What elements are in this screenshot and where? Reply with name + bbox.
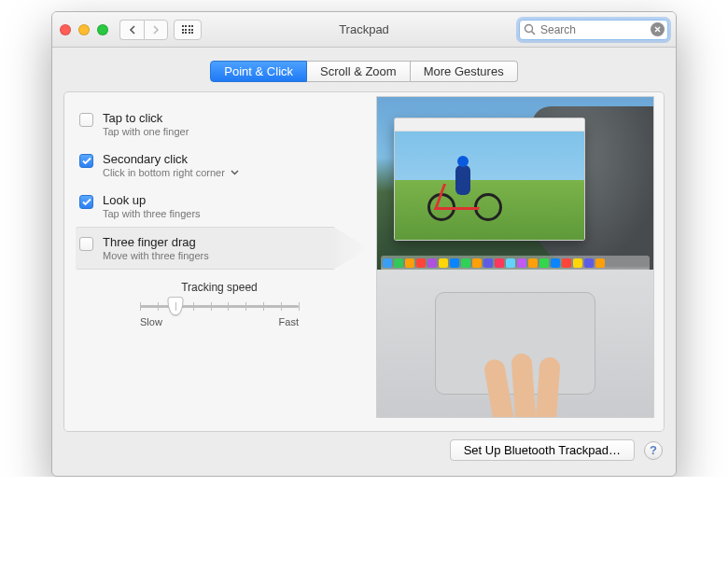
options-column: Tap to click Tap with one finger Seconda… — [64, 96, 363, 418]
prefs-window: Trackpad Point & Click Scroll & Zoom Mor… — [51, 11, 677, 477]
minimize-button[interactable] — [78, 24, 90, 35]
close-button[interactable] — [60, 24, 71, 35]
option-subtitle: Move with three fingers — [103, 250, 209, 261]
gesture-preview — [376, 96, 654, 418]
footer: Set Up Bluetooth Trackpad… ? — [63, 432, 665, 461]
option-subtitle: Tap with one finger — [103, 126, 189, 137]
preview-photo — [395, 132, 584, 240]
chevron-right-icon — [152, 25, 160, 35]
option-secondary-click[interactable]: Secondary click Click in bottom right co… — [76, 145, 363, 186]
option-label: Tap to click — [103, 111, 189, 125]
tab-scroll-and-zoom[interactable]: Scroll & Zoom — [307, 61, 411, 82]
clear-search-button[interactable] — [651, 22, 665, 36]
search-input[interactable] — [519, 20, 668, 40]
svg-point-0 — [525, 24, 533, 32]
preview-desktop — [377, 97, 653, 270]
zoom-button[interactable] — [97, 24, 108, 35]
preview-laptop-body — [377, 270, 653, 417]
option-subtitle: Tap with three fingers — [103, 208, 201, 219]
option-label: Secondary click — [103, 152, 239, 166]
option-label: Look up — [103, 193, 201, 207]
search-wrap — [519, 20, 668, 40]
settings-panel: Tap to click Tap with one finger Seconda… — [63, 91, 665, 432]
window-body: Point & Click Scroll & Zoom More Gesture… — [52, 48, 676, 476]
check-icon — [82, 198, 91, 206]
checkbox-three-finger-drag[interactable] — [79, 237, 93, 251]
nav-buttons — [119, 20, 168, 40]
grid-icon — [182, 25, 194, 34]
slider-max-label: Fast — [279, 316, 299, 327]
checkbox-secondary-click[interactable] — [79, 154, 93, 168]
preview-hand — [476, 359, 597, 418]
slider-title: Tracking speed — [76, 281, 363, 294]
option-label: Three finger drag — [103, 235, 209, 249]
checkbox-look-up[interactable] — [79, 195, 93, 209]
setup-bluetooth-button[interactable]: Set Up Bluetooth Trackpad… — [450, 439, 635, 461]
option-look-up[interactable]: Look up Tap with three fingers — [76, 186, 363, 227]
checkbox-tap-to-click[interactable] — [79, 113, 93, 127]
preview-app-window — [394, 118, 585, 241]
help-icon: ? — [650, 443, 657, 457]
forward-button[interactable] — [144, 20, 168, 40]
tab-point-and-click[interactable]: Point & Click — [210, 61, 307, 82]
x-icon — [654, 26, 661, 33]
tracking-speed-block: Tracking speed Slow Fast — [76, 281, 363, 327]
svg-line-1 — [532, 31, 536, 35]
slider-min-label: Slow — [140, 316, 162, 327]
tabbar: Point & Click Scroll & Zoom More Gesture… — [63, 61, 665, 82]
window-controls — [60, 24, 108, 35]
help-button[interactable]: ? — [644, 441, 663, 460]
slider-rail — [140, 305, 299, 308]
option-three-finger-drag[interactable]: Three finger drag Move with three finger… — [76, 227, 369, 270]
option-tap-to-click[interactable]: Tap to click Tap with one finger — [76, 104, 363, 145]
preview-dock — [381, 256, 650, 271]
check-icon — [82, 157, 91, 165]
tracking-speed-slider[interactable] — [140, 298, 299, 314]
titlebar: Trackpad — [52, 12, 676, 48]
chevron-left-icon — [129, 25, 136, 35]
preview-column — [363, 96, 664, 418]
chevron-down-icon — [231, 170, 239, 175]
option-subtitle: Click in bottom right corner — [103, 167, 225, 178]
back-button[interactable] — [119, 20, 144, 40]
show-all-button[interactable] — [174, 20, 202, 40]
search-icon — [524, 23, 536, 35]
tab-more-gestures[interactable]: More Gestures — [411, 61, 518, 82]
preview-cyclist — [427, 156, 502, 221]
dropdown-indicator[interactable] — [231, 167, 239, 177]
